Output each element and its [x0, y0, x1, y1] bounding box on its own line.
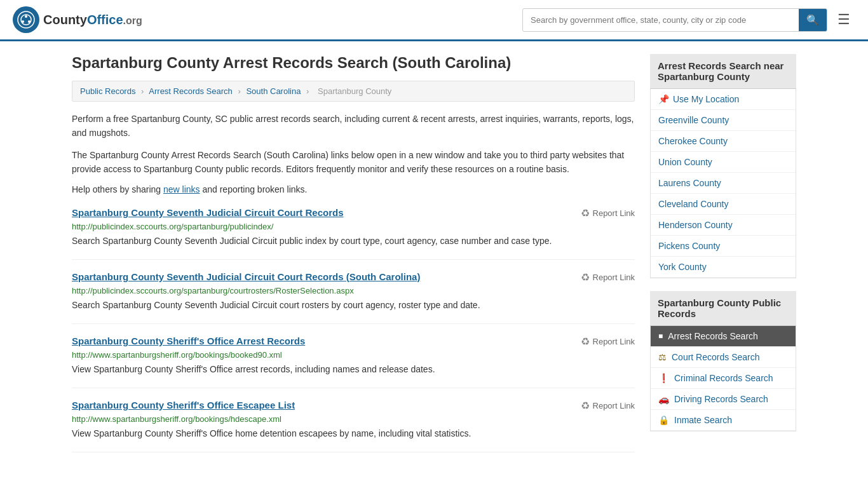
breadcrumb-public-records[interactable]: Public Records	[80, 86, 135, 96]
sharing-text: Help others by sharing new links and rep…	[72, 184, 635, 194]
svg-point-4	[28, 20, 31, 23]
nearby-county-7[interactable]: York County	[651, 257, 796, 278]
nearby-title: Arrest Records Search near Spartanburg C…	[650, 54, 796, 89]
header-right: 🔍 ☰	[522, 8, 855, 32]
result-title-1[interactable]: Spartanburg County Seventh Judicial Circ…	[72, 271, 420, 282]
pr-criminal-records[interactable]: ❗ Criminal Records Search	[651, 368, 796, 389]
svg-point-3	[22, 20, 24, 23]
result-item-2: Spartanburg County Sheriff's Office Arre…	[72, 336, 635, 388]
nearby-county-4[interactable]: Cleveland County	[651, 194, 796, 215]
nearby-county-5[interactable]: Henderson County	[651, 215, 796, 236]
result-desc-2: View Spartanburg County Sheriff's Office…	[72, 363, 635, 376]
criminal-records-icon: ❗	[658, 373, 669, 383]
result-desc-3: View Spartanburg County Sheriff's Office…	[72, 427, 635, 440]
result-desc-0: Search Spartanburg County Seventh Judici…	[72, 234, 635, 248]
pr-driving-records[interactable]: 🚗 Driving Records Search	[651, 389, 796, 410]
breadcrumb: Public Records › Arrest Records Search ›…	[72, 81, 635, 102]
report-link-3[interactable]: ♻ Report Link	[581, 400, 635, 412]
result-desc-1: Search Spartanburg County Seventh Judici…	[72, 299, 635, 312]
pr-court-records[interactable]: ⚖ Court Records Search	[651, 347, 796, 368]
report-link-1[interactable]: ♻ Report Link	[581, 271, 635, 283]
menu-button[interactable]: ☰	[832, 9, 855, 30]
page-title: Spartanburg County Arrest Records Search…	[72, 54, 635, 72]
sidebar: Arrest Records Search near Spartanburg C…	[650, 54, 796, 464]
public-records-list: ■ Arrest Records Search ⚖ Court Records …	[650, 326, 796, 431]
nearby-county-0[interactable]: Greenville County	[651, 110, 796, 131]
description-2: The Spartanburg County Arrest Records Se…	[72, 148, 635, 177]
pr-inmate-search[interactable]: 🔒 Inmate Search	[651, 410, 796, 431]
result-item-0: Spartanburg County Seventh Judicial Circ…	[72, 207, 635, 260]
logo-icon	[13, 6, 39, 33]
report-icon-2: ♻	[581, 336, 590, 348]
result-title-0[interactable]: Spartanburg County Seventh Judicial Circ…	[72, 207, 344, 218]
arrest-records-icon: ■	[658, 332, 663, 341]
new-links-link[interactable]: new links	[163, 184, 200, 194]
location-pin-icon: 📌	[658, 94, 669, 104]
description-1: Perform a free Spartanburg County, SC pu…	[72, 112, 635, 140]
logo-area: CountyOffice.org	[13, 6, 142, 33]
report-icon-0: ♻	[581, 207, 590, 219]
logo-text: CountyOffice.org	[43, 13, 142, 27]
pr-arrest-records[interactable]: ■ Arrest Records Search	[651, 326, 796, 347]
result-title-3[interactable]: Spartanburg County Sheriff's Office Esca…	[72, 400, 295, 410]
court-records-icon: ⚖	[658, 352, 667, 362]
header: CountyOffice.org 🔍 ☰	[0, 0, 868, 41]
public-records-section: Spartanburg County Public Records ■ Arre…	[650, 291, 796, 431]
report-icon-1: ♻	[581, 271, 590, 283]
nearby-county-2[interactable]: Union County	[651, 152, 796, 173]
result-url-3[interactable]: http://www.spartanburgsheriff.org/bookin…	[72, 414, 635, 424]
report-icon-3: ♻	[581, 400, 590, 412]
inmate-search-icon: 🔒	[658, 415, 669, 425]
svg-point-0	[18, 11, 34, 28]
report-link-0[interactable]: ♻ Report Link	[581, 207, 635, 219]
nearby-county-6[interactable]: Pickens County	[651, 236, 796, 257]
nearby-county-1[interactable]: Cherokee County	[651, 131, 796, 152]
svg-point-2	[25, 15, 27, 18]
breadcrumb-south-carolina[interactable]: South Carolina	[246, 86, 301, 96]
results-list: Spartanburg County Seventh Judicial Circ…	[72, 207, 635, 452]
search-input[interactable]	[523, 10, 799, 30]
content-area: Spartanburg County Arrest Records Search…	[72, 54, 635, 464]
search-container: 🔍	[522, 8, 827, 32]
result-url-0[interactable]: http://publicindex.sccourts.org/spartanb…	[72, 222, 635, 231]
breadcrumb-current: Spartanburg County	[318, 86, 391, 96]
use-location-item[interactable]: 📌 Use My Location	[651, 89, 796, 110]
result-item-1: Spartanburg County Seventh Judicial Circ…	[72, 271, 635, 324]
result-url-1[interactable]: http://publicindex.sccourts.org/spartanb…	[72, 286, 635, 295]
result-url-2[interactable]: http://www.spartanburgsheriff.org/bookin…	[72, 350, 635, 360]
nearby-county-3[interactable]: Laurens County	[651, 173, 796, 194]
search-button[interactable]: 🔍	[799, 9, 827, 31]
result-item-3: Spartanburg County Sheriff's Office Esca…	[72, 400, 635, 452]
nearby-section: Arrest Records Search near Spartanburg C…	[650, 54, 796, 278]
breadcrumb-arrest-records[interactable]: Arrest Records Search	[149, 86, 233, 96]
main-container: Spartanburg County Arrest Records Search…	[59, 41, 809, 477]
public-records-title: Spartanburg County Public Records	[650, 291, 796, 326]
result-title-2[interactable]: Spartanburg County Sheriff's Office Arre…	[72, 336, 305, 346]
nearby-list: 📌 Use My Location Greenville County Cher…	[650, 89, 796, 278]
use-location-link[interactable]: 📌 Use My Location	[651, 89, 796, 110]
driving-records-icon: 🚗	[658, 394, 669, 404]
report-link-2[interactable]: ♻ Report Link	[581, 336, 635, 348]
